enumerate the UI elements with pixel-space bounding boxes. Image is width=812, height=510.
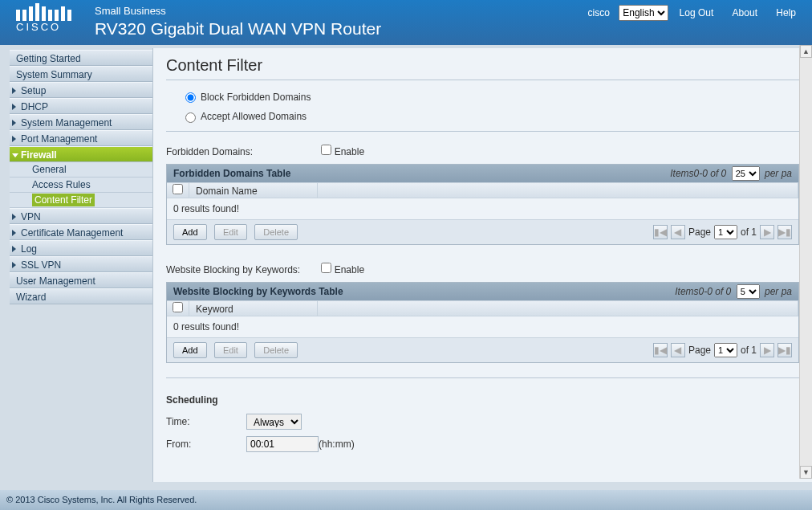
page-select[interactable]: 1 bbox=[714, 343, 737, 357]
next-page-icon[interactable]: ▶ bbox=[760, 343, 774, 357]
keywords-enable-checkbox[interactable] bbox=[321, 263, 331, 273]
table-title: Forbidden Domains Table bbox=[173, 168, 290, 179]
cisco-wordmark: CISCO bbox=[16, 21, 61, 33]
first-page-icon[interactable]: ▮◀ bbox=[653, 225, 668, 239]
nav-dhcp[interactable]: DHCP bbox=[10, 98, 152, 114]
nav-vpn[interactable]: VPN bbox=[10, 208, 152, 224]
page-select[interactable]: 1 bbox=[714, 225, 737, 239]
nav-wizard[interactable]: Wizard bbox=[10, 288, 152, 304]
nav-firewall[interactable]: Firewall bbox=[10, 146, 152, 162]
from-input[interactable] bbox=[246, 436, 319, 452]
nav-system-management[interactable]: System Management bbox=[10, 114, 152, 130]
edit-button[interactable]: Edit bbox=[214, 224, 247, 240]
sidebar: Getting Started System Summary Setup DHC… bbox=[0, 45, 152, 490]
keywords-table: Website Blocking by Keywords Table Items… bbox=[166, 282, 799, 363]
edit-button[interactable]: Edit bbox=[214, 342, 247, 358]
radio-accept-allowed[interactable]: Accept Allowed Domains bbox=[185, 111, 307, 122]
from-label: From: bbox=[166, 439, 246, 450]
table-empty-msg: 0 results found! bbox=[167, 198, 798, 219]
scheduling-title: Scheduling bbox=[166, 394, 799, 406]
nav-firewall-content-filter[interactable]: Content Filter bbox=[10, 193, 152, 208]
page-title: Content Filter bbox=[166, 56, 799, 75]
next-page-icon[interactable]: ▶ bbox=[760, 225, 774, 239]
add-button[interactable]: Add bbox=[173, 224, 207, 240]
nav-system-summary[interactable]: System Summary bbox=[10, 66, 152, 82]
nav-getting-started[interactable]: Getting Started bbox=[10, 50, 152, 66]
about-link[interactable]: About bbox=[733, 7, 757, 18]
delete-button[interactable]: Delete bbox=[254, 224, 298, 240]
footer-copyright: © 2013 Cisco Systems, Inc. All Rights Re… bbox=[0, 490, 812, 510]
forbidden-domains-table: Forbidden Domains Table Items0-0 of 0 25… bbox=[166, 164, 799, 245]
prev-page-icon[interactable]: ◀ bbox=[671, 343, 685, 357]
enable-label-2: Enable bbox=[335, 264, 364, 275]
nav-firewall-access-rules[interactable]: Access Rules bbox=[10, 177, 152, 193]
language-select[interactable]: English bbox=[619, 5, 668, 21]
enable-label: Enable bbox=[335, 146, 364, 157]
radio-accept-input[interactable] bbox=[185, 112, 196, 123]
per-page-label: per pa bbox=[765, 286, 792, 297]
nav-setup[interactable]: Setup bbox=[10, 82, 152, 98]
nav-cert-management[interactable]: Certificate Management bbox=[10, 224, 152, 240]
nav-port-management[interactable]: Port Management bbox=[10, 130, 152, 146]
forbidden-enable-checkbox[interactable] bbox=[321, 145, 331, 155]
last-page-icon[interactable]: ▶▮ bbox=[777, 343, 792, 357]
help-link[interactable]: Help bbox=[776, 7, 796, 18]
header-bar: CISCO Small Business RV320 Gigabit Dual … bbox=[0, 0, 812, 45]
per-page-label: per pa bbox=[765, 168, 792, 179]
col-domain-name: Domain Name bbox=[189, 183, 318, 198]
brand-label: cisco bbox=[588, 7, 610, 18]
of-label: of 1 bbox=[741, 226, 757, 238]
radio-block-forbidden[interactable]: Block Forbidden Domains bbox=[185, 92, 311, 103]
scroll-up-icon[interactable]: ▲ bbox=[800, 45, 812, 58]
select-all-checkbox[interactable] bbox=[173, 184, 183, 194]
table-empty-msg: 0 results found! bbox=[167, 316, 798, 337]
nav-log[interactable]: Log bbox=[10, 240, 152, 256]
time-label: Time: bbox=[166, 416, 246, 427]
table-title: Website Blocking by Keywords Table bbox=[173, 286, 343, 297]
page-size-select[interactable]: 25 bbox=[732, 166, 760, 181]
page-label: Page bbox=[688, 345, 711, 356]
main-panel: Content Filter Block Forbidden Domains A… bbox=[152, 48, 812, 482]
page-size-select[interactable]: 5 bbox=[737, 284, 760, 299]
time-select[interactable]: Always bbox=[246, 414, 302, 430]
last-page-icon[interactable]: ▶▮ bbox=[777, 225, 792, 239]
forbidden-domains-label: Forbidden Domains: bbox=[166, 146, 319, 157]
col-keyword: Keyword bbox=[189, 301, 318, 316]
first-page-icon[interactable]: ▮◀ bbox=[653, 343, 668, 357]
vertical-scrollbar[interactable]: ▲ ▼ bbox=[799, 45, 812, 479]
nav-ssl-vpn[interactable]: SSL VPN bbox=[10, 256, 152, 272]
nav-firewall-general[interactable]: General bbox=[10, 162, 152, 177]
prev-page-icon[interactable]: ◀ bbox=[671, 225, 685, 239]
table-status: Items0-0 of 0 bbox=[675, 286, 731, 297]
radio-block-input[interactable] bbox=[185, 92, 196, 103]
of-label: of 1 bbox=[741, 345, 757, 356]
select-all-checkbox[interactable] bbox=[173, 302, 183, 312]
keywords-label: Website Blocking by Keywords: bbox=[166, 264, 319, 275]
scroll-down-icon[interactable]: ▼ bbox=[800, 466, 812, 479]
table-status: Items0-0 of 0 bbox=[670, 168, 726, 179]
add-button[interactable]: Add bbox=[173, 342, 207, 358]
small-business-label: Small Business bbox=[95, 5, 166, 17]
hhmm-hint: (hh:mm) bbox=[319, 439, 355, 450]
delete-button[interactable]: Delete bbox=[254, 342, 298, 358]
model-title: RV320 Gigabit Dual WAN VPN Router bbox=[95, 19, 381, 39]
logout-link[interactable]: Log Out bbox=[680, 7, 714, 18]
page-label: Page bbox=[688, 226, 711, 238]
nav-user-management[interactable]: User Management bbox=[10, 272, 152, 288]
